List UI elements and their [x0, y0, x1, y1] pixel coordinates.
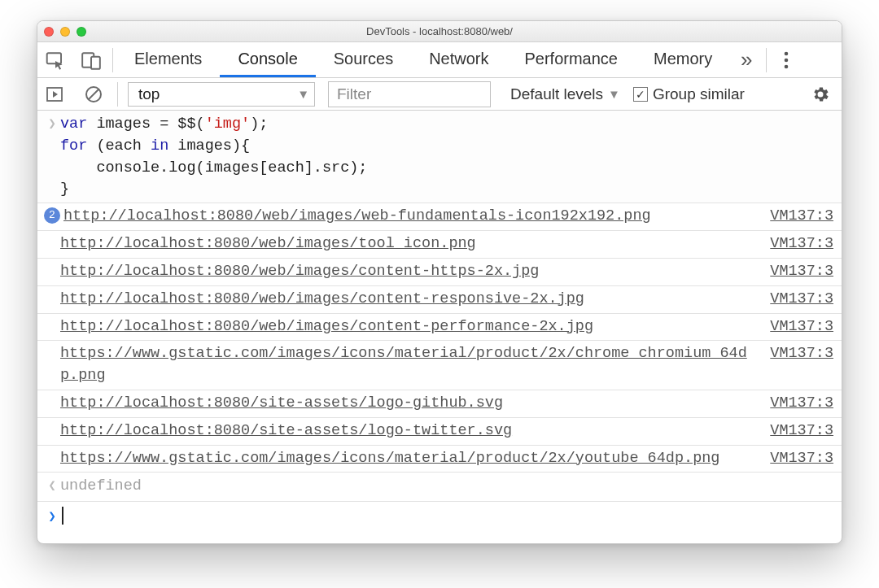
code-block[interactable]: var images = $$('img'); for (each in ima…: [60, 114, 367, 201]
zoom-window-icon[interactable]: [77, 27, 86, 37]
console-input-history: var images = $$('img'); for (each in ima…: [37, 111, 842, 203]
svg-line-8: [89, 89, 98, 99]
kebab-menu-icon[interactable]: [770, 50, 802, 70]
separator: [766, 48, 767, 72]
tab-performance[interactable]: Performance: [507, 42, 636, 77]
separator: [117, 82, 118, 107]
log-message-link[interactable]: https://www.gstatic.com/images/icons/mat…: [60, 448, 754, 470]
console-log-row: http://localhost:8080/site-assets/logo-t…: [37, 417, 842, 445]
console-log-row: http://localhost:8080/web/images/tool_ic…: [37, 230, 842, 258]
tab-sources[interactable]: Sources: [316, 42, 411, 77]
separator: [112, 48, 113, 72]
console-settings-icon[interactable]: [806, 85, 835, 104]
execute-icon[interactable]: [37, 78, 72, 110]
group-similar-label: Group similar: [653, 85, 745, 103]
minimize-window-icon[interactable]: [60, 27, 70, 37]
log-message-link[interactable]: https://www.gstatic.com/images/icons/mat…: [60, 343, 754, 387]
log-source-link[interactable]: VM137:3: [770, 261, 833, 283]
svg-point-5: [785, 64, 789, 68]
log-message-link[interactable]: http://localhost:8080/web/images/content…: [60, 316, 754, 338]
log-source-link[interactable]: VM137:3: [770, 393, 833, 415]
console-toolbar: top ▼ Filter Default levels ▼ ✓ Group si…: [37, 78, 842, 111]
prompt-marker-icon: [44, 507, 60, 527]
input-marker-icon: [44, 114, 60, 134]
log-source-link[interactable]: VM137:3: [770, 316, 833, 338]
log-source-link[interactable]: VM137:3: [770, 420, 833, 442]
log-levels-label: Default levels: [510, 85, 603, 103]
more-tabs-icon[interactable]: »: [730, 47, 763, 72]
window-title: DevTools - localhost:8080/web/: [37, 25, 842, 37]
titlebar: DevTools - localhost:8080/web/: [37, 21, 842, 42]
device-toolbar-icon[interactable]: [73, 42, 109, 78]
return-value: undefined: [60, 476, 142, 498]
execution-context-select[interactable]: top ▼: [128, 82, 315, 107]
close-window-icon[interactable]: [44, 27, 54, 37]
tab-network[interactable]: Network: [411, 42, 506, 77]
execution-context-value: top: [138, 85, 160, 103]
text-cursor: [62, 507, 63, 525]
log-source-link[interactable]: VM137:3: [770, 289, 833, 311]
console-log-row: http://localhost:8080/web/images/content…: [37, 313, 842, 341]
filter-input[interactable]: Filter: [328, 81, 491, 107]
console-log-row: https://www.gstatic.com/images/icons/mat…: [37, 340, 842, 390]
console-log-row: http://localhost:8080/web/images/content…: [37, 285, 842, 313]
console-log-row: 2http://localhost:8080/web/images/web-fu…: [37, 203, 842, 230]
log-levels-select[interactable]: Default levels ▼: [510, 85, 620, 103]
clear-console-icon[interactable]: [77, 78, 111, 110]
log-message-link[interactable]: http://localhost:8080/web/images/web-fun…: [63, 206, 754, 228]
console-log-row: http://localhost:8080/web/images/content…: [37, 258, 842, 285]
checkbox-icon: ✓: [633, 87, 648, 102]
window-controls: [44, 27, 86, 37]
svg-point-4: [785, 58, 789, 62]
log-source-link[interactable]: VM137:3: [770, 343, 833, 365]
repeat-count-badge: 2: [44, 207, 60, 224]
log-source-link[interactable]: VM137:3: [770, 206, 833, 228]
devtools-window: DevTools - localhost:8080/web/ ElementsC…: [37, 20, 842, 544]
log-message-link[interactable]: http://localhost:8080/site-assets/logo-g…: [60, 393, 754, 415]
console-log-row: https://www.gstatic.com/images/icons/mat…: [37, 445, 842, 473]
inspect-element-icon[interactable]: [37, 42, 73, 78]
dropdown-icon: ▼: [608, 87, 620, 101]
tab-console[interactable]: Console: [220, 42, 315, 77]
console-body: var images = $$('img'); for (each in ima…: [37, 111, 842, 543]
svg-point-3: [785, 51, 789, 55]
return-value-row: undefined: [37, 472, 842, 501]
log-source-link[interactable]: VM137:3: [770, 448, 833, 470]
group-similar-checkbox[interactable]: ✓ Group similar: [633, 85, 745, 103]
log-message-link[interactable]: http://localhost:8080/web/images/content…: [60, 289, 754, 311]
tab-elements[interactable]: Elements: [116, 42, 220, 77]
devtools-tabbar: ElementsConsoleSourcesNetworkPerformance…: [37, 42, 842, 78]
output-marker-icon: [44, 476, 60, 498]
log-message-link[interactable]: http://localhost:8080/site-assets/logo-t…: [60, 420, 754, 442]
dropdown-icon: ▼: [297, 87, 309, 101]
svg-rect-0: [47, 53, 61, 63]
log-message-link[interactable]: http://localhost:8080/web/images/tool_ic…: [60, 233, 754, 255]
log-message-link[interactable]: http://localhost:8080/web/images/content…: [60, 261, 754, 283]
svg-rect-2: [91, 56, 100, 68]
tab-memory[interactable]: Memory: [636, 42, 730, 77]
console-log-row: http://localhost:8080/site-assets/logo-g…: [37, 390, 842, 417]
log-source-link[interactable]: VM137:3: [770, 233, 833, 255]
console-prompt[interactable]: [37, 501, 842, 543]
